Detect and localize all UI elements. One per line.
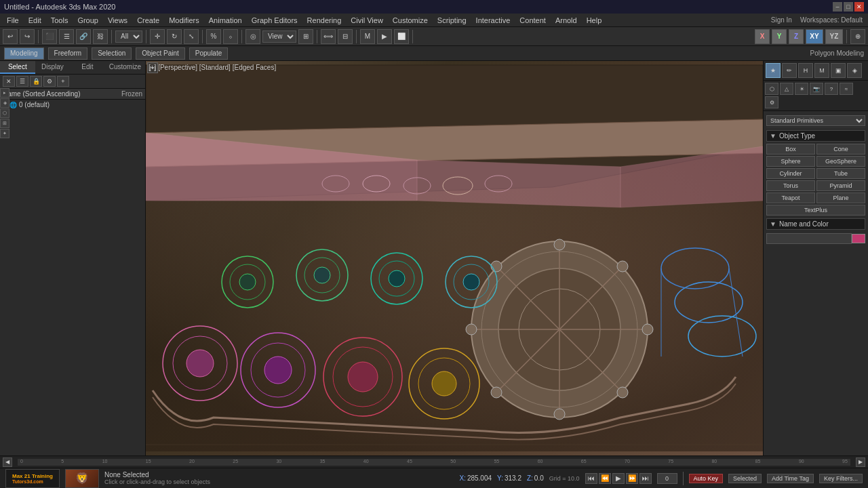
menu-edit[interactable]: Edit (24, 15, 45, 26)
spinner-snap-button[interactable]: ⬦ (223, 29, 238, 44)
hierarchy-tab[interactable]: H (798, 63, 813, 78)
explorer-lock-button[interactable]: 🔒 (30, 76, 42, 87)
add-time-tag-button[interactable]: Add Time Tag (767, 474, 814, 483)
name-color-section-header[interactable]: ▼ Name and Color (766, 218, 865, 230)
geometry-tab[interactable]: ⬡ (765, 83, 778, 95)
menu-help[interactable]: Help (583, 15, 606, 26)
minimize-button[interactable]: – (833, 2, 842, 12)
select-rotate-button[interactable]: ↻ (167, 29, 182, 44)
menu-views[interactable]: Views (104, 15, 132, 26)
align-button[interactable]: ⊞ (298, 29, 313, 44)
menu-scripting[interactable]: Scripting (433, 15, 471, 26)
menu-customize[interactable]: Customize (389, 15, 432, 26)
close-button[interactable]: ✕ (854, 2, 864, 12)
torus-button[interactable]: Torus (766, 180, 815, 191)
textplus-button[interactable]: TextPlus (766, 205, 865, 216)
tab-edit[interactable]: Edit (70, 61, 105, 74)
sign-in-label[interactable]: Sign In (767, 16, 796, 24)
object-type-section-header[interactable]: ▼ Object Type (766, 130, 865, 142)
material-editor-button[interactable]: M (360, 29, 375, 44)
play-button[interactable]: ▶ (612, 473, 625, 484)
menu-tools[interactable]: Tools (47, 15, 73, 26)
object-color-swatch[interactable] (852, 234, 865, 243)
explorer-options-button[interactable]: ⚙ (43, 76, 56, 87)
tube-button[interactable]: Tube (816, 168, 865, 179)
maximize-button[interactable]: □ (844, 2, 853, 12)
menu-create[interactable]: Create (133, 15, 163, 26)
tab-display[interactable]: Display (35, 61, 71, 74)
explorer-add-button[interactable]: + (57, 76, 69, 87)
select-by-name-button[interactable]: ☰ (59, 29, 74, 44)
view-dropdown[interactable]: View (262, 30, 296, 43)
tab-select[interactable]: Select (0, 61, 35, 74)
timeline-bar[interactable]: 0 5 10 15 20 25 30 35 40 45 50 55 60 65 … (18, 459, 850, 466)
menu-content[interactable]: Content (515, 15, 550, 26)
percent-snap-button[interactable]: % (206, 29, 221, 44)
z-axis-button[interactable]: Z (789, 29, 804, 44)
plane-button[interactable]: Plane (816, 192, 865, 203)
tab-customize[interactable]: Customize (105, 61, 145, 74)
modeling-tab[interactable]: Modeling (4, 47, 44, 60)
cone-button[interactable]: Cone (816, 144, 865, 155)
goto-start-button[interactable]: ⏮ (585, 473, 597, 484)
motion-tab[interactable]: M (814, 63, 829, 78)
menu-animation[interactable]: Animation (205, 15, 246, 26)
viewport-3d[interactable]: [+] [Perspective] [Standard] [Edged Face… (146, 61, 763, 455)
select-object-button[interactable]: ⬛ (42, 29, 57, 44)
xy-axis-button[interactable]: XY (806, 29, 823, 44)
menu-rendering[interactable]: Rendering (303, 15, 346, 26)
menu-group[interactable]: Group (73, 15, 102, 26)
frame-number-input[interactable] (657, 473, 677, 484)
menu-interactive[interactable]: Interactive (472, 15, 515, 26)
left-tool-5[interactable]: ✦ (0, 129, 9, 138)
sphere-button[interactable]: Sphere (766, 156, 815, 167)
y-axis-button[interactable]: Y (772, 29, 787, 44)
selected-button[interactable]: Selected (728, 474, 762, 483)
mirror-button[interactable]: ⟺ (321, 29, 336, 44)
modify-tab[interactable]: ✏ (782, 63, 797, 78)
teapot-button[interactable]: Teapot (766, 192, 815, 203)
object-name-input[interactable] (766, 233, 852, 244)
key-filters-button[interactable]: Key Filters... (819, 474, 863, 483)
pyramid-button[interactable]: Pyramid (816, 180, 865, 191)
left-tool-1[interactable]: ▸ (0, 88, 9, 98)
lights-tab[interactable]: ☀ (795, 83, 808, 95)
auto-key-button[interactable]: Auto Key (689, 474, 724, 483)
link-button[interactable]: 🔗 (76, 29, 91, 44)
render-button[interactable]: ⬜ (394, 29, 409, 44)
prev-frame-button[interactable]: ⏪ (599, 473, 611, 484)
systems-tab[interactable]: ⚙ (765, 96, 778, 108)
cameras-tab[interactable]: 📷 (810, 83, 823, 95)
left-tool-3[interactable]: ⬡ (0, 108, 9, 118)
selection-filter-dropdown[interactable]: All (115, 30, 142, 43)
unlink-button[interactable]: ⛓ (93, 29, 108, 44)
select-scale-button[interactable]: ⤡ (184, 29, 199, 44)
scene-3d-canvas[interactable] (146, 61, 763, 455)
undo-button[interactable]: ↩ (3, 29, 18, 44)
scene-root-item[interactable]: ▶ 🌐 0 (default) (0, 100, 145, 110)
geosphere-button[interactable]: GeoSphere (816, 156, 865, 167)
explorer-close-button[interactable]: ✕ (3, 76, 15, 87)
shapes-tab[interactable]: △ (780, 83, 793, 95)
render-setup-button[interactable]: ▶ (377, 29, 392, 44)
left-tool-2[interactable]: ◈ (0, 98, 9, 108)
spacewarps-tab[interactable]: ≈ (840, 83, 853, 95)
utilities-tab[interactable]: ◈ (847, 63, 862, 78)
left-tool-4[interactable]: ⊞ (0, 119, 9, 128)
menu-file[interactable]: File (3, 15, 23, 26)
menu-civil-view[interactable]: Civil View (347, 15, 387, 26)
menu-arnold[interactable]: Arnold (551, 15, 581, 26)
selection-tab[interactable]: Selection (92, 47, 132, 60)
transform-gizmo-button[interactable]: ⊕ (850, 29, 865, 44)
object-paint-tab[interactable]: Object Paint (136, 47, 184, 60)
populate-tab[interactable]: Populate (189, 47, 228, 60)
category-dropdown[interactable]: Standard Primitives (766, 115, 865, 126)
helpers-tab[interactable]: ? (825, 83, 838, 95)
x-axis-button[interactable]: X (755, 29, 770, 44)
display-tab[interactable]: ▣ (831, 63, 846, 78)
goto-end-button[interactable]: ⏭ (639, 473, 652, 484)
explorer-filter-button[interactable]: ☰ (16, 76, 28, 87)
timeline-scroll-right[interactable]: ▶ (856, 458, 865, 467)
create-selection-button[interactable]: ◎ (245, 29, 260, 44)
create-tab[interactable]: ★ (766, 63, 781, 78)
